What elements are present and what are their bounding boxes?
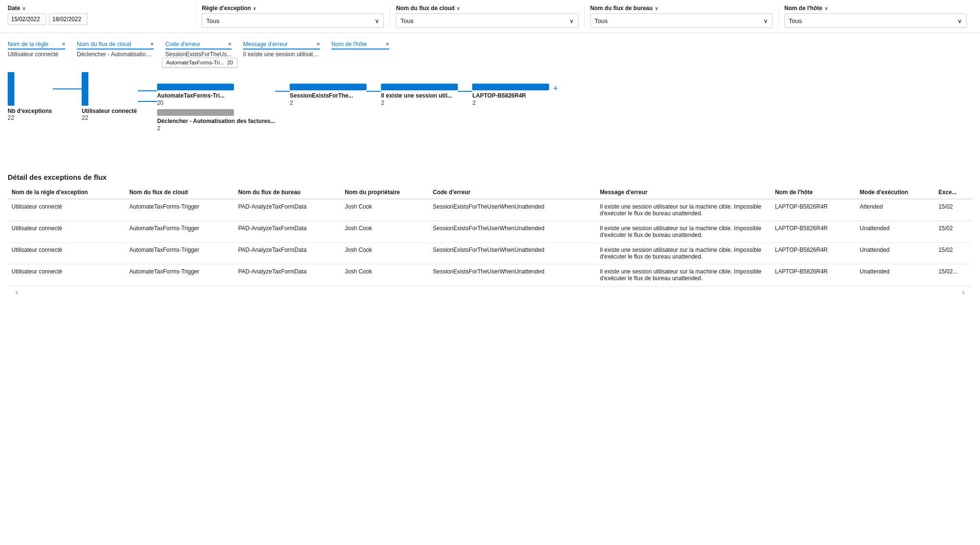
sankey-label-user: Utilisateur connecté [82,108,137,114]
desktop-flow-select[interactable]: Tous ∨ [590,13,772,28]
table-header-row: Nom de la règle d'exception Nom du flux … [8,186,972,199]
sankey-bar-laptop [472,84,549,90]
chip-close-cloud-flow[interactable]: × [150,41,154,48]
col-header-mode: Mode d'exécution [856,186,935,199]
cell-mode: Attended [856,199,935,221]
connector-2 [138,72,157,120]
table-row[interactable]: Utilisateur connecté AutomateTaxForms-Tr… [8,199,972,221]
cell-rule: Utilisateur connecté [8,243,125,264]
sankey-node-group-cloud: AutomateTaxForms-Tri... 20 AutomateTaxFo… [157,72,275,132]
sankey-subnode-laptop[interactable]: LAPTOP-B5826R4R 2 [472,84,549,106]
connector-line-4 [367,91,381,92]
chip-rule-value: Utilisateur connecté [8,51,65,58]
chip-rule-name: Nom de la règle × Utilisateur connecté [8,41,65,58]
sankey-subnode-automate[interactable]: AutomateTaxForms-Tri... 20 [157,84,275,106]
sankey-label-session: SessionExistsForThe... [290,92,353,99]
cell-cloud: AutomateTaxForms-Trigger [125,264,234,286]
chevron-down-icon-9: ∨ [957,17,962,25]
filter-date-label[interactable]: Date ∨ [8,5,190,12]
cell-owner: Josh Cook [341,221,429,243]
detail-title: Détail des exceptions de flux [8,173,972,181]
sankey-bar-declencher [157,109,234,116]
connector-5 [458,82,472,101]
cell-error-msg: Il existe une session utilisateur sur la… [596,199,771,221]
connector-line-2b [138,101,157,102]
cell-mode: Unattended [856,264,935,286]
col-header-error-code: Code d'erreur [429,186,596,199]
cell-date: 15/02... [934,264,972,286]
sankey-count-user: 22 [82,114,88,121]
cell-owner: Josh Cook [341,243,429,264]
sankey-subnode-session-error[interactable]: SessionExistsForThe... 2 [290,84,367,106]
date-to-input[interactable] [49,13,87,25]
cell-mode: Unattended [856,243,935,264]
chip-host-name: Nom de l'hôte × [331,41,389,58]
filter-chips-row: Nom de la règle × Utilisateur connecté N… [0,33,980,58]
exception-rule-select[interactable]: Tous ∨ [202,13,384,28]
sankey-node-exceptions[interactable]: Nb d'exceptions 22 [8,72,52,121]
cell-error-msg: Il existe une session utilisateur sur la… [596,243,771,264]
sankey-node-group-error: SessionExistsForThe... 2 [290,72,367,106]
detail-section: Détail des exceptions de flux Nom de la … [0,173,980,306]
sankey-count-exceptions: 22 [8,114,14,121]
connector-3 [275,82,290,101]
table-row[interactable]: Utilisateur connecté AutomateTaxForms-Tr… [8,221,972,243]
sankey-bar-session [290,84,367,90]
filter-bar: Date ∨ Règle d'exception ∨ Tous ∨ Nom du… [0,0,980,33]
sankey-count-session: 2 [290,99,293,106]
chip-error-msg-value: Il existe une session utilisateur... [243,51,320,58]
filter-cloud-flow-label[interactable]: Nom du flux de cloud ∨ [396,5,578,12]
cell-error-code: SessionExistsForTheUserWhenUnattended [429,221,596,243]
chip-cloud-flow-value: Déclencher - Automatisation des factures… [77,51,154,58]
sankey-count-automate: 20 [157,99,163,106]
connector-line-5 [458,91,472,92]
scroll-left[interactable]: ‹ [15,288,18,297]
sankey-subnode-declencher[interactable]: Déclencher - Automatisation des factures… [157,109,275,132]
chevron-down-icon-6: ∨ [655,6,658,11]
tooltip-popup: AutomateTaxForms-Tri... 20 [162,58,237,67]
chip-close-error-code[interactable]: × [228,41,232,48]
cell-host: LAPTOP-B5826R4R [771,199,856,221]
connector-1 [53,72,82,106]
add-column-button[interactable]: + [553,84,558,94]
cell-owner: Josh Cook [341,264,429,286]
chip-error-msg: Message d'erreur × Il existe une session… [243,41,320,58]
filter-desktop-flow-label[interactable]: Nom du flux de bureau ∨ [590,5,772,12]
sankey-subnode-session-msg[interactable]: Il existe une session util... 2 [381,84,458,106]
chip-error-code: Code d'erreur × SessionExistsForTheUs... [165,41,232,58]
sankey-count-declencher: 2 [157,125,160,132]
filter-exception-rule-label[interactable]: Règle d'exception ∨ [202,5,384,12]
filter-host-name: Nom de l'hôte ∨ Tous ∨ [779,5,972,28]
chevron-down-icon-5: ∨ [569,17,574,25]
chevron-down-icon: ∨ [22,6,25,11]
cell-cloud: AutomateTaxForms-Trigger [125,243,234,264]
table-row[interactable]: Utilisateur connecté AutomateTaxForms-Tr… [8,243,972,264]
col-header-host: Nom de l'hôte [771,186,856,199]
sankey-label-msg: Il existe une session util... [381,92,452,99]
cell-error-msg: Il existe une session utilisateur sur la… [596,264,771,286]
sankey-node-user[interactable]: Utilisateur connecté 22 [82,72,137,121]
chevron-down-icon-8: ∨ [824,6,828,11]
col-header-desktop: Nom du flux de bureau [234,186,341,199]
cloud-flow-select[interactable]: Tous ∨ [396,13,578,28]
chip-close-rule[interactable]: × [62,41,65,48]
cell-desktop: PAD-AnalyzeTaxFormData [234,264,341,286]
sankey-node-group-host: LAPTOP-B5826R4R 2 [472,72,549,106]
col-header-error-msg: Message d'erreur [596,186,771,199]
date-from-input[interactable] [8,13,46,25]
filter-host-name-label[interactable]: Nom de l'hôte ∨ [784,5,967,12]
host-name-select[interactable]: Tous ∨ [784,13,967,28]
chip-close-error-msg[interactable]: × [317,41,320,48]
sankey-bar-user [82,72,88,106]
sankey-section: Nb d'exceptions 22 Utilisateur connecté … [0,58,980,163]
filter-desktop-flow: Nom du flux de bureau ∨ Tous ∨ [585,5,779,28]
scroll-right[interactable]: › [962,288,965,297]
chip-close-host[interactable]: × [386,41,389,48]
cell-rule: Utilisateur connecté [8,264,125,286]
cell-desktop: PAD-AnalyzeTaxFormData [234,243,341,264]
cell-error-msg: Il existe une session utilisateur sur la… [596,221,771,243]
scroll-nav: ‹ › [8,286,972,298]
cell-error-code: SessionExistsForTheUserWhenUnattended [429,243,596,264]
table-row[interactable]: Utilisateur connecté AutomateTaxForms-Tr… [8,264,972,286]
chip-cloud-flow-name: Nom du flux de cloud × Déclencher - Auto… [77,41,154,58]
